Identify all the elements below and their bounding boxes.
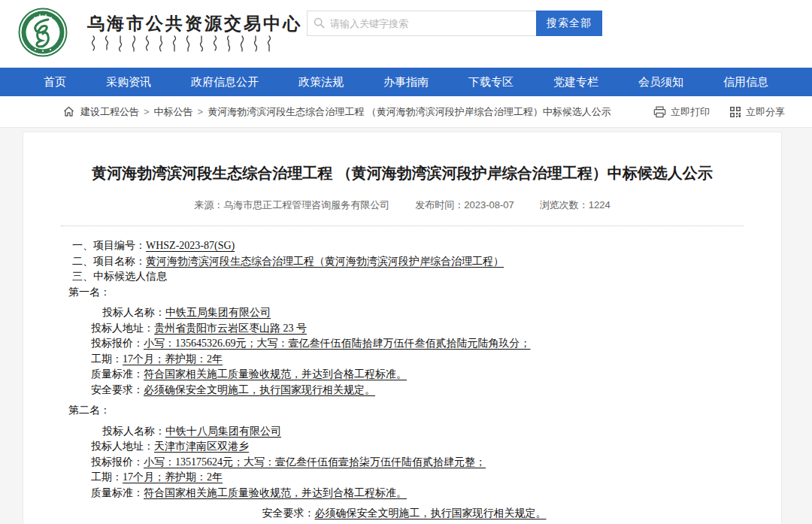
article-line-2: 三、中标候选人信息	[68, 269, 740, 285]
nav-item-6[interactable]: 党建专栏	[553, 75, 598, 89]
line-label: 投标人名称：	[102, 307, 165, 318]
line-value: 小写：135175624元；大写：壹亿叁仟伍佰壹拾柒万伍仟陆佰贰拾肆元整；	[144, 456, 486, 468]
line-label: 投标报价：	[91, 338, 144, 349]
line-value: 贵州省贵阳市云岩区枣山路 23 号	[154, 323, 307, 334]
article-body: 一、项目编号：WHSZ-2023-87(SG)二、项目名称：黄河海勃湾滨河段生态…	[68, 238, 740, 522]
line-label: 工期：	[91, 471, 123, 483]
line-value: 必须确保安全文明施工，执行国家现行相关规定。	[144, 384, 375, 395]
article-line-10: 第二名：	[68, 403, 740, 419]
article-line-8: 质量标准：符合国家相关施工质量验收规范，并达到合格工程标准。	[68, 367, 740, 383]
line-value: 小写：135645326.69元；大写：壹亿叁仟伍佰陆拾肆万伍仟叁佰贰拾陆元陆角…	[144, 338, 531, 349]
breadcrumb-item-0[interactable]: 建设工程公告	[80, 105, 139, 119]
article-line-4: 投标人名称：中铁五局集团有限公司	[68, 305, 740, 321]
article-line-13: 投标报价：小写：135175624元；大写：壹亿叁仟伍佰壹拾柒万伍仟陆佰贰拾肆元…	[68, 455, 740, 471]
search-input[interactable]	[307, 11, 536, 36]
article-line-9: 安全要求：必须确保安全文明施工，执行国家现行相关规定。	[68, 383, 740, 398]
article-line-16: 安全要求：必须确保安全文明施工，执行国家现行相关规定。	[68, 506, 740, 522]
meta-view-count: 浏览次数：1224	[540, 198, 611, 212]
article-line-3: 第一名：	[68, 285, 740, 301]
line-label: 第一名：	[68, 286, 111, 298]
line-label: 投标报价：	[91, 456, 144, 468]
divider	[61, 226, 744, 226]
search-icon	[314, 17, 325, 29]
breadcrumb-item-1[interactable]: 中标公告	[154, 105, 193, 119]
line-value: 17个月；养护期：2年	[123, 471, 223, 483]
article-line-11: 投标人名称：中铁十八局集团有限公司	[68, 424, 740, 440]
line-label: 第二名：	[68, 404, 111, 416]
site-logo-seal-icon	[18, 8, 68, 57]
article-line-0: 一、项目编号：WHSZ-2023-87(SG)	[68, 238, 740, 254]
line-label: 一、项目编号：	[72, 240, 146, 251]
line-label: 安全要求：	[262, 507, 315, 519]
nav-item-8[interactable]: 信用信息	[723, 75, 768, 89]
search-bar: 搜索全部	[307, 11, 602, 36]
printer-icon	[653, 106, 666, 118]
article-line-7: 工期：17个月；养护期：2年	[68, 352, 740, 368]
breadcrumb-separator: >	[144, 106, 150, 117]
line-label: 投标人地址：	[91, 441, 154, 452]
line-label: 安全要求：	[91, 384, 144, 395]
article-line-6: 投标报价：小写：135645326.69元；大写：壹亿叁仟伍佰陆拾肆万伍仟叁佰贰…	[68, 336, 740, 352]
article-meta: 来源：乌海市思正工程管理咨询服务有限公司 发布时间：2023-08-07 浏览次…	[23, 198, 781, 212]
breadcrumb: 建设工程公告>中标公告>黄河海勃湾滨河段生态综合治理工程 （黄河海勃湾滨河段护岸…	[80, 105, 653, 119]
mongolian-script	[89, 35, 277, 53]
breadcrumb-item-2: 黄河海勃湾滨河段生态综合治理工程 （黄河海勃湾滨河段护岸综合治理工程）中标候选人…	[208, 105, 611, 119]
breadcrumb-actions: 立即打印 立即分享	[653, 105, 785, 119]
line-label: 三、中标候选人信息	[72, 271, 167, 282]
line-value: 符合国家相关施工质量验收规范，并达到合格工程标准。	[144, 368, 407, 380]
line-value: 17个月；养护期：2年	[123, 353, 223, 365]
meta-publish-time: 发布时间：2023-08-07	[415, 198, 514, 212]
print-button[interactable]: 立即打印	[653, 105, 710, 119]
print-label: 立即打印	[671, 105, 710, 119]
search-all-button[interactable]: 搜索全部	[536, 11, 602, 36]
line-value: 中铁五局集团有限公司	[165, 307, 271, 318]
line-label: 投标人地址：	[91, 323, 154, 334]
site-header: 乌海市公共资源交易中心	[0, 0, 812, 68]
page: 乌海市公共资源交易中心	[0, 0, 812, 524]
nav-item-5[interactable]: 下载专区	[468, 75, 514, 89]
nav-item-4[interactable]: 办事指南	[383, 75, 429, 89]
article-line-1: 二、项目名称：黄河海勃湾滨河段生态综合治理工程（黄河海勃湾滨河段护岸综合治理工程…	[68, 254, 740, 270]
line-label: 二、项目名称：	[72, 256, 146, 267]
article-line-12: 投标人地址：天津市津南区双港乡	[68, 439, 740, 455]
line-label: 质量标准：	[91, 487, 144, 498]
line-value: 符合国家相关施工质量验收规范，并达到合格工程标准。	[144, 487, 407, 498]
meta-source: 来源：乌海市思正工程管理咨询服务有限公司	[194, 198, 389, 212]
main-navigation: 首页采购资讯政府信息公开政策法规办事指南下载专区党建专栏会员须知信用信息	[0, 68, 812, 96]
qr-code-icon	[729, 106, 741, 118]
line-label: 工期：	[91, 353, 123, 365]
nav-item-0[interactable]: 首页	[44, 75, 66, 89]
line-value: WHSZ-2023-87(SG)	[146, 240, 235, 251]
home-icon[interactable]	[63, 106, 74, 117]
line-label: 质量标准：	[91, 368, 144, 380]
line-label: 投标人名称：	[102, 426, 165, 437]
article-title: 黄河海勃湾滨河段生态综合治理工程 （黄河海勃湾滨河段护岸综合治理工程）中标候选人…	[53, 162, 751, 183]
line-value: 天津市津南区双港乡	[154, 441, 249, 452]
line-value: 中铁十八局集团有限公司	[165, 426, 281, 437]
announcement-card: 黄河海勃湾滨河段生态综合治理工程 （黄河海勃湾滨河段护岸综合治理工程）中标候选人…	[23, 132, 782, 524]
line-value: 黄河海勃湾滨河段生态综合治理工程（黄河海勃湾滨河段护岸综合治理工程）	[146, 256, 504, 267]
site-title: 乌海市公共资源交易中心	[87, 12, 302, 35]
nav-item-2[interactable]: 政府信息公开	[191, 75, 259, 89]
article-line-15: 质量标准：符合国家相关施工质量验收规范，并达到合格工程标准。	[68, 486, 740, 501]
line-value: 必须确保安全文明施工，执行国家现行相关规定。	[315, 507, 547, 519]
nav-item-1[interactable]: 采购资讯	[106, 75, 151, 89]
article-line-14: 工期：17个月；养护期：2年	[68, 470, 740, 486]
breadcrumb-separator: >	[198, 106, 204, 117]
breadcrumb-bar: 建设工程公告>中标公告>黄河海勃湾滨河段生态综合治理工程 （黄河海勃湾滨河段护岸…	[0, 96, 812, 128]
article-line-5: 投标人地址：贵州省贵阳市云岩区枣山路 23 号	[68, 321, 740, 337]
nav-item-3[interactable]: 政策法规	[298, 75, 344, 89]
nav-item-7[interactable]: 会员须知	[638, 75, 683, 89]
share-button[interactable]: 立即分享	[729, 105, 785, 119]
share-label: 立即分享	[746, 105, 785, 119]
